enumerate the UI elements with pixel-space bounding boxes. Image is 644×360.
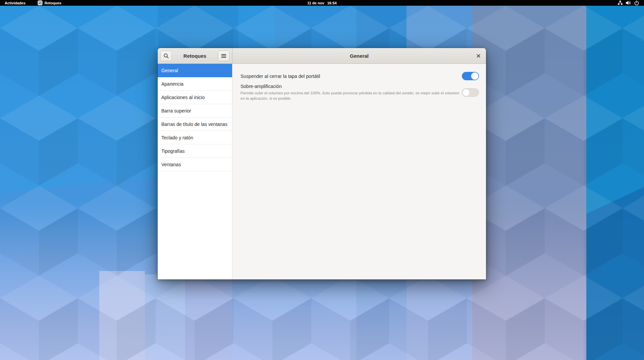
general-settings-panel: Suspender al cerrar la tapa del portátil… [232,64,486,279]
sidebar-item-apariencia[interactable]: Apariencia [158,77,232,91]
suspend-toggle[interactable] [462,72,479,80]
app-menu-button[interactable]: Retoques [30,0,66,6]
sidebar-item-teclado-y-raton[interactable]: Teclado y ratón [158,131,232,144]
page-title: General [350,53,369,59]
overamplification-setting-description: Permite subir el volumen por encima del … [240,90,461,101]
sidebar-item-barras-de-titulo[interactable]: Barras de título de las ventanas [158,118,232,131]
sidebar-headerbar: Retoques [158,48,232,64]
overamplification-text: Sobre-amplificación Permite subir el vol… [240,84,461,101]
toggle-knob [471,72,479,80]
sidebar-item-ventanas[interactable]: Ventanas [158,158,232,171]
window-title: Retoques [183,53,206,59]
close-icon [476,53,481,58]
close-button[interactable] [474,51,483,60]
search-button[interactable] [160,51,172,61]
tweaks-app-icon [38,0,43,5]
clock[interactable]: 11 de nov 16:54 [0,0,644,6]
volume-icon [626,0,631,5]
power-icon [634,0,639,6]
sidebar-item-tipografias[interactable]: Tipografías [158,144,232,158]
network-wired-icon [618,0,623,5]
sidebar: General Apariencia Aplicaciones al inici… [158,64,232,279]
suspend-setting-label: Suspender al cerrar la tapa del portátil [240,74,320,79]
primary-menu-button[interactable] [218,51,229,61]
sidebar-item-aplicaciones-al-inicio[interactable]: Aplicaciones al inicio [158,91,232,104]
hamburger-menu-icon [221,54,226,58]
activities-button[interactable]: Actividades [0,0,30,6]
window-body: General Apariencia Aplicaciones al inici… [158,64,486,279]
setting-row-suspend: Suspender al cerrar la tapa del portátil [240,72,479,80]
content-headerbar: General [232,48,486,64]
clock-date: 11 de nov [307,1,324,5]
headerbar: Retoques General [158,48,486,64]
search-icon [163,53,169,59]
app-menu-label: Retoques [45,1,61,5]
system-status-area[interactable] [615,0,641,6]
tweaks-window: Retoques General [158,48,486,279]
sidebar-item-general[interactable]: General [158,64,232,77]
overamplification-setting-label: Sobre-amplificación [240,84,461,89]
overamplification-toggle[interactable] [462,88,479,97]
toggle-knob [462,89,470,96]
top-bar: Actividades Retoques 11 de nov 16:54 [0,0,644,6]
setting-row-overamplification: Sobre-amplificación Permite subir el vol… [240,84,479,101]
clock-time: 16:54 [327,1,337,5]
sidebar-item-barra-superior[interactable]: Barra superior [158,104,232,118]
